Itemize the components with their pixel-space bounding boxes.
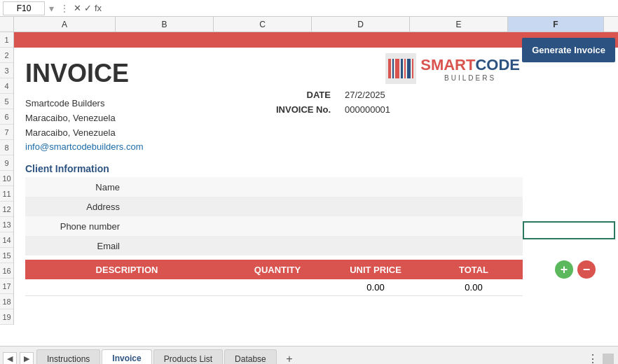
options-icon[interactable]: ⋮	[58, 3, 71, 14]
row-num-11: 11	[0, 186, 13, 202]
logo-text: SMARTCODE BUILDERS	[420, 56, 520, 82]
row-num-5: 5	[0, 94, 13, 109]
name-box[interactable]: F10	[3, 1, 45, 15]
td-total[interactable]: 0.00	[425, 282, 523, 293]
email-link[interactable]: info@smartcodebuilders.com	[25, 141, 144, 152]
row-num-18: 18	[0, 294, 13, 309]
row-num-8: 8	[0, 140, 13, 155]
main-wrapper: 1 2 3 4 5 6 7 8 9 10 11 12 13 14 15 16 1…	[0, 32, 618, 364]
row-num-13: 13	[0, 217, 13, 232]
client-email-input[interactable]	[127, 237, 523, 255]
table-row: 0.00 0.00	[25, 279, 523, 296]
tab-invoice[interactable]: Invoice	[102, 349, 151, 365]
confirm-formula-icon[interactable]: ✓	[84, 3, 92, 13]
svg-rect-3	[395, 59, 399, 78]
tab-next-button[interactable]: ▶	[20, 352, 34, 365]
client-name-row: Name	[25, 177, 523, 197]
invoice-no-row: INVOICE No. 000000001	[268, 104, 415, 115]
client-name-input[interactable]	[127, 178, 523, 196]
tab-products-list[interactable]: Products List	[153, 349, 223, 365]
client-address-input[interactable]	[127, 197, 523, 216]
formula-bar-divider: ▾	[48, 3, 55, 14]
remove-row-button[interactable]: −	[577, 260, 596, 279]
svg-rect-7	[412, 59, 413, 78]
col-header-a[interactable]: A	[14, 17, 116, 31]
client-email-row: Email	[25, 236, 523, 255]
column-headers: A B C D E F	[0, 17, 618, 32]
row-num-1: 1	[0, 32, 13, 48]
tab-options-menu-icon[interactable]: ⋮	[587, 352, 598, 364]
tab-prev-button[interactable]: ◀	[3, 352, 17, 365]
row-num-3: 3	[0, 63, 13, 78]
col-header-c[interactable]: C	[214, 17, 312, 31]
formula-bar: F10 ▾ ⋮ ✕ ✓ fx	[0, 0, 618, 17]
client-name-label: Name	[25, 182, 127, 192]
th-unit-price: UNIT PRICE	[327, 265, 425, 275]
cancel-formula-icon[interactable]: ✕	[74, 3, 81, 13]
table-header-container: DESCRIPTION QUANTITY UNIT PRICE TOTAL + …	[22, 260, 610, 279]
row-num-header	[0, 17, 14, 31]
row-num-16: 16	[0, 263, 13, 279]
row-num-19: 19	[0, 309, 13, 325]
invoice-no-value: 000000001	[345, 104, 415, 115]
col-header-b[interactable]: B	[116, 17, 214, 31]
date-row: DATE 27/2/2025	[268, 90, 415, 100]
row-num-2: 2	[0, 48, 13, 63]
row-num-6: 6	[0, 109, 13, 125]
logo-code-text: CODE	[475, 56, 520, 74]
tab-database[interactable]: Databse	[224, 349, 277, 365]
svg-rect-5	[404, 59, 406, 78]
invoice-title: INVOICE	[22, 53, 610, 88]
content-area: INVOICE	[14, 48, 618, 302]
tab-instructions[interactable]: Instructions	[36, 349, 100, 365]
insert-function-icon[interactable]: fx	[95, 3, 102, 13]
logo-icon	[385, 53, 416, 84]
row-num-9: 9	[0, 155, 13, 171]
selected-cell-f10[interactable]	[523, 221, 615, 239]
add-row-button[interactable]: +	[555, 260, 573, 279]
col-header-e[interactable]: E	[410, 17, 508, 31]
date-label: DATE	[268, 90, 331, 100]
tab-options: ⋮	[587, 352, 615, 364]
date-value: 27/2/2025	[345, 90, 415, 100]
invoice-no-label: INVOICE No.	[268, 104, 331, 115]
th-total: TOTAL	[425, 265, 523, 275]
client-email-label: Email	[25, 241, 127, 251]
logo-builders-text: BUILDERS	[420, 74, 520, 82]
client-address-row: Address	[25, 197, 523, 216]
sheet-content: Generate Invoice INVOICE	[14, 32, 618, 325]
logo-brand: SMARTCODE	[420, 56, 520, 74]
th-description: DESCRIPTION	[25, 265, 228, 275]
row-num-12: 12	[0, 202, 13, 217]
row-num-7: 7	[0, 125, 13, 140]
th-quantity: QUANTITY	[228, 265, 327, 275]
logo-smart-text: SMART	[420, 56, 475, 74]
client-section: Client Information Name Address Phone nu…	[22, 160, 610, 255]
row-numbers: 1 2 3 4 5 6 7 8 9 10 11 12 13 14 15 16 1…	[0, 32, 14, 325]
td-unit-price[interactable]: 0.00	[327, 282, 425, 293]
tabs-bar: ◀ ▶ Instructions Invoice Products List D…	[0, 346, 618, 364]
formula-input[interactable]	[104, 3, 615, 13]
client-phone-label: Phone number	[25, 221, 127, 232]
row-num-15: 15	[0, 248, 13, 263]
col-header-d[interactable]: D	[312, 17, 410, 31]
row-num-17: 17	[0, 279, 13, 294]
invoice-meta: DATE 27/2/2025 INVOICE No. 000000001	[268, 90, 415, 119]
svg-rect-2	[392, 59, 394, 78]
table-header-row: DESCRIPTION QUANTITY UNIT PRICE TOTAL	[25, 260, 523, 279]
client-address-label: Address	[25, 202, 127, 212]
table-action-buttons: + −	[555, 260, 596, 279]
client-phone-input[interactable]	[127, 217, 523, 235]
col-header-f[interactable]: F	[508, 17, 604, 31]
client-section-title: Client Information	[22, 160, 610, 177]
row-num-4: 4	[0, 78, 13, 94]
svg-rect-4	[401, 59, 403, 78]
svg-rect-1	[388, 59, 391, 78]
address-line2: Maracaibo, Venezuela	[25, 126, 610, 141]
tab-add-button[interactable]: +	[281, 351, 298, 365]
sheet-area: 1 2 3 4 5 6 7 8 9 10 11 12 13 14 15 16 1…	[0, 32, 618, 325]
client-phone-row: Phone number	[25, 216, 523, 236]
row-num-14: 14	[0, 232, 13, 248]
tab-scroll-bar[interactable]	[603, 354, 614, 365]
logo-area: SMARTCODE BUILDERS	[385, 53, 520, 84]
